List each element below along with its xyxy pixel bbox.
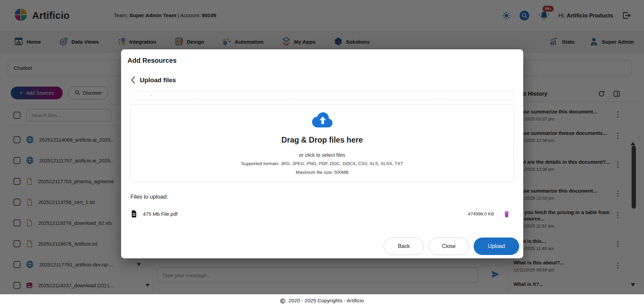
- dropzone-formats: Supported formats: JPG, JPEG, PNG, PDF, …: [241, 161, 403, 166]
- upload-options-box: -: [130, 91, 514, 100]
- modal-step-header: Upload files: [130, 76, 176, 84]
- app-root: Artificio Team: Super Admin Team | Accou…: [0, 0, 644, 307]
- close-button[interactable]: Close: [429, 238, 469, 255]
- files-to-upload-label: Files to upload:: [130, 194, 168, 200]
- upload-file-name: 475 Mb File.pdf: [143, 211, 177, 217]
- modal-step-title: Upload files: [140, 76, 176, 84]
- chevron-left-icon[interactable]: [130, 76, 135, 84]
- pdf-file-icon: [130, 210, 138, 218]
- upload-button[interactable]: Upload: [474, 238, 519, 255]
- dropzone[interactable]: Drag & Drop files here or click to selec…: [130, 104, 514, 182]
- cloud-upload-icon: [311, 112, 334, 130]
- upload-options-placeholder: -: [150, 92, 152, 97]
- dropzone-max-size: Maximum file size: 500MB: [296, 170, 349, 175]
- page-footer: © 2020 - 2025 Copyrights - Artificio: [0, 294, 644, 307]
- copyright-icon: ©: [280, 297, 285, 304]
- modal-title: Add Resources: [127, 57, 177, 64]
- dropzone-subheading: or click to select files: [299, 152, 345, 158]
- add-resources-modal: Add Resources Upload files - Drag & Drop…: [121, 49, 523, 258]
- back-button[interactable]: Back: [384, 238, 424, 255]
- dropzone-heading: Drag & Drop files here: [281, 136, 363, 145]
- upload-file-size: 474996.0 KB: [468, 211, 494, 216]
- footer-text: 2020 - 2025 Copyrights - Artificio: [288, 298, 364, 304]
- modal-buttons: Back Close Upload: [384, 238, 519, 255]
- upload-file-row: 475 Mb File.pdf 474996.0 KB: [130, 210, 514, 218]
- delete-file-trash-icon[interactable]: [503, 210, 510, 218]
